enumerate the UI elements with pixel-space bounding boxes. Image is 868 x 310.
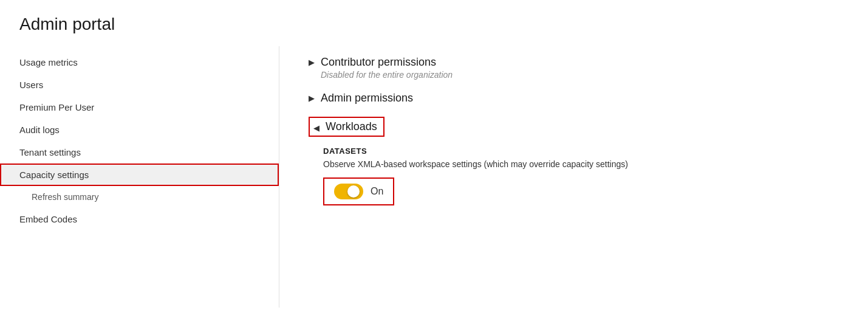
contributor-permissions-label[interactable]: Contributor permissions: [321, 56, 453, 69]
contributor-permissions-sublabel: Disabled for the entire organization: [321, 70, 453, 80]
datasets-title: DATASETS: [323, 146, 839, 156]
sidebar-item-tenant-settings[interactable]: Tenant settings: [0, 141, 279, 164]
sidebar-item-premium-per-user[interactable]: Premium Per User: [0, 96, 279, 119]
toggle-track: [334, 184, 363, 199]
sidebar-item-users[interactable]: Users: [0, 74, 279, 96]
sidebar: Usage metrics Users Premium Per User Aud…: [0, 46, 279, 308]
sidebar-item-refresh-summary[interactable]: Refresh summary: [0, 186, 279, 208]
toggle-on-label: On: [371, 186, 383, 197]
chevron-left-icon: ◀: [313, 123, 320, 133]
page-title: Admin portal: [0, 0, 868, 46]
datasets-section: DATASETS Observe XMLA-based workspace se…: [323, 146, 839, 205]
contributor-permissions-section: ▶ Contributor permissions Disabled for t…: [309, 56, 839, 80]
sidebar-item-capacity-settings[interactable]: Capacity settings: [0, 164, 279, 186]
admin-permissions-label[interactable]: Admin permissions: [321, 92, 413, 105]
workloads-header[interactable]: ◀ Workloads: [309, 117, 384, 137]
toggle-thumb: [347, 185, 360, 198]
chevron-right-icon: ▶: [309, 58, 315, 67]
admin-permissions-section: ▶ Admin permissions: [309, 92, 839, 105]
sidebar-item-embed-codes[interactable]: Embed Codes: [0, 208, 279, 230]
toggle-row: On: [323, 177, 394, 205]
datasets-description: Observe XMLA-based workspace settings (w…: [323, 159, 839, 169]
workloads-section: ◀ Workloads DATASETS Observe XMLA-based …: [309, 117, 839, 205]
datasets-toggle[interactable]: [334, 184, 363, 199]
sidebar-item-audit-logs[interactable]: Audit logs: [0, 119, 279, 141]
sidebar-item-usage-metrics[interactable]: Usage metrics: [0, 51, 279, 74]
main-content: ▶ Contributor permissions Disabled for t…: [279, 46, 868, 308]
chevron-right-icon-2: ▶: [309, 94, 315, 103]
workloads-label: Workloads: [326, 120, 377, 133]
